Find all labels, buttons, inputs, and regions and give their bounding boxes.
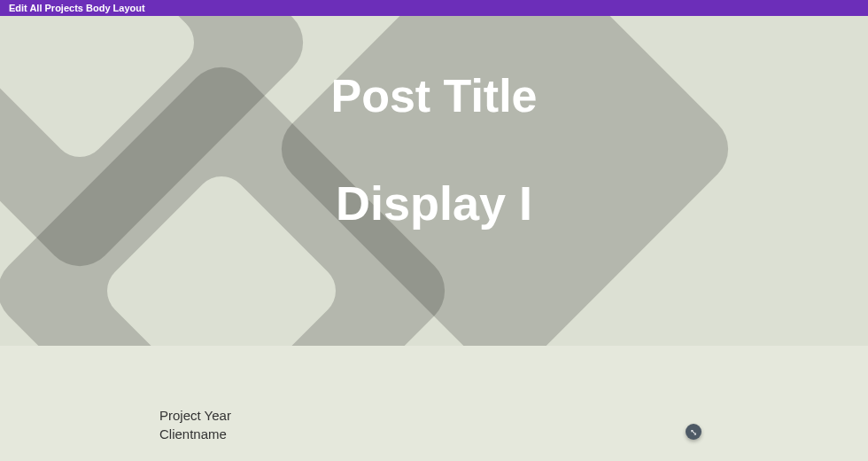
hero-section: Post Title Display I xyxy=(0,16,868,346)
project-year-label: Project Year xyxy=(159,406,231,425)
top-bar: Edit All Projects Body Layout xyxy=(0,0,868,16)
client-name-label: Clientname xyxy=(159,425,231,443)
resize-handle[interactable]: ⤡ xyxy=(686,424,701,440)
page-title: Edit All Projects Body Layout xyxy=(9,3,145,13)
resize-icon: ⤡ xyxy=(690,427,697,437)
post-title: Post Title xyxy=(0,69,868,122)
canvas: Post Title Display I Project Year Client… xyxy=(0,16,868,461)
display-subtitle: Display I xyxy=(0,176,868,230)
project-meta: Project Year Clientname xyxy=(159,406,231,443)
